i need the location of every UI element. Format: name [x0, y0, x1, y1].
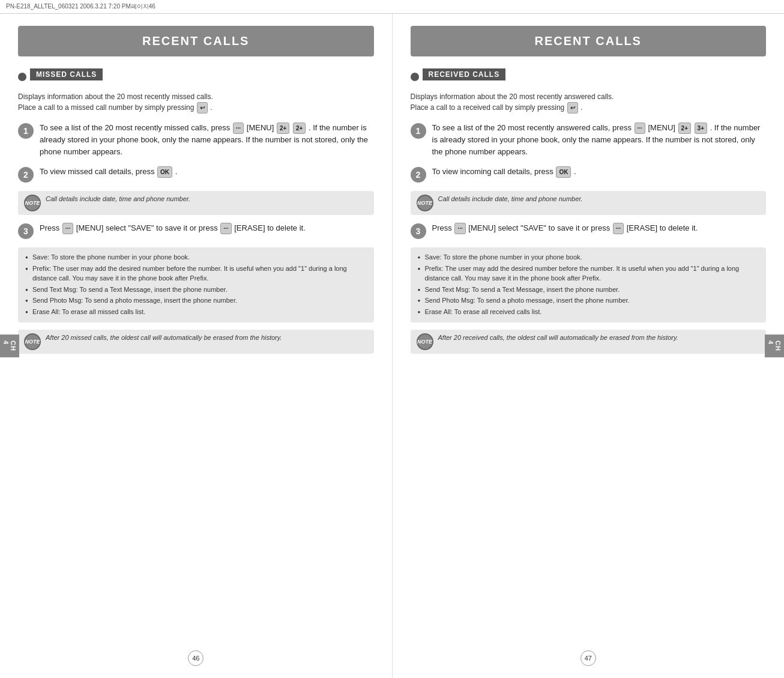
num2-btn-1right: 2+	[678, 123, 691, 134]
note-label-right1: NOTE	[417, 195, 433, 211]
right-step3-circle: 3	[411, 223, 426, 239]
received-calls-label: RECEIVED CALLS	[423, 68, 506, 80]
left-title: RECENT CALLS	[142, 34, 249, 47]
received-description: Displays information about the 20 most r…	[411, 91, 767, 114]
ok-btn-left: OK	[157, 166, 172, 178]
right-step1-circle: 1	[411, 123, 426, 139]
top-bar-text: PN-E218_ALLTEL_060321 2006.3.21 7:20 PM페…	[6, 3, 155, 10]
left-step1-circle: 1	[18, 123, 34, 139]
ok-btn-right: OK	[556, 166, 571, 178]
num2-btn-1left: 2+	[277, 123, 289, 134]
left-note2: NOTE After 20 missed calls, the oldest c…	[18, 330, 374, 354]
right-bullet-4: Send Photo Msg: To send a photo message,…	[418, 295, 759, 306]
left-page-number: 46	[188, 650, 204, 666]
left-bullet-1: Save: To store the phone number in your …	[25, 252, 367, 262]
right-page: CH4 RECENT CALLS RECEIVED CALLS Displays…	[393, 14, 785, 678]
num3-btn-1right: 3+	[695, 123, 707, 134]
received-dot	[411, 73, 419, 81]
right-note2: NOTE After 20 received calls, the oldest…	[411, 330, 767, 354]
missed-calls-row: MISSED CALLS	[18, 68, 374, 85]
missed-description: Displays information about the 20 most r…	[18, 91, 374, 114]
right-page-number: 47	[580, 650, 596, 666]
left-step3-circle: 3	[18, 223, 34, 239]
menu-btn-right3: ···	[454, 223, 465, 234]
top-bar: PN-E218_ALLTEL_060321 2006.3.21 7:20 PM페…	[0, 0, 784, 14]
chapter-tab-left: CH4	[0, 334, 19, 357]
received-calls-row: RECEIVED CALLS	[411, 68, 767, 85]
note-text-right1: Call details include date, time and phon…	[438, 195, 583, 204]
left-step2: 2 To view missed call details, press OK …	[18, 166, 374, 183]
right-step3: 3 Press ··· [MENU] select "SAVE" to save…	[411, 222, 767, 239]
right-step2-circle: 2	[411, 167, 426, 183]
press-text-left: Press	[40, 223, 59, 232]
note-text-right2: After 20 received calls, the oldest call…	[438, 333, 678, 342]
menu-btn-1right: ···	[635, 123, 645, 134]
erase-btn-right3: ···	[613, 223, 624, 234]
right-bullet-list: Save: To store the phone number in your …	[411, 247, 767, 322]
erase-btn-left3: ···	[220, 223, 231, 234]
right-title: RECENT CALLS	[535, 34, 642, 47]
left-bullet-5: Erase All: To erase all missed calls lis…	[25, 307, 367, 317]
note-label-left2: NOTE	[24, 333, 41, 350]
left-bullet-4: Send Photo Msg: To send a photo message,…	[25, 295, 367, 306]
right-bullet-5: Erase All: To erase all received calls l…	[418, 307, 759, 317]
chapter-tab-right: CH4	[765, 334, 784, 357]
right-bullet-1: Save: To store the phone number in your …	[418, 252, 759, 262]
send-btn-icon-desc-left: ↩	[197, 102, 208, 114]
menu-btn-left3: ···	[62, 223, 73, 234]
note-label-left1: NOTE	[24, 195, 41, 211]
menu-btn-1left: ···	[233, 123, 244, 134]
left-bullet-2: Prefix: The user may add the desired num…	[25, 264, 367, 283]
left-step2-circle: 2	[18, 167, 34, 183]
left-bullet-3: Send Text Msg: To send a Text Message, i…	[25, 285, 367, 295]
left-note1: NOTE Call details include date, time and…	[18, 191, 374, 215]
send-btn-icon-desc-right: ↩	[567, 102, 578, 114]
note-text-left1: Call details include date, time and phon…	[46, 195, 190, 204]
right-note1: NOTE Call details include date, time and…	[411, 191, 767, 215]
right-bullet-3: Send Text Msg: To send a Text Message, i…	[418, 285, 759, 295]
right-step2: 2 To view incoming call details, press O…	[411, 166, 767, 183]
missed-calls-label: MISSED CALLS	[30, 68, 103, 80]
right-bullet-2: Prefix: The user may add the desired num…	[418, 264, 759, 283]
num2b-btn-1left: 2+	[293, 123, 306, 134]
left-section-header: RECENT CALLS	[18, 26, 374, 56]
right-section-header: RECENT CALLS	[411, 26, 767, 56]
left-bullet-list: Save: To store the phone number in your …	[18, 247, 374, 322]
press-text-right: Press	[432, 223, 452, 232]
missed-dot	[18, 73, 26, 81]
left-step1: 1 To see a list of the 20 most recently …	[18, 122, 374, 157]
left-step3: 3 Press ··· [MENU] select "SAVE" to save…	[18, 222, 374, 239]
note-text-left2: After 20 missed calls, the oldest call w…	[46, 333, 282, 342]
right-step1: 1 To see a list of the 20 most recently …	[411, 122, 767, 157]
left-page: CH4 RECENT CALLS MISSED CALLS Displays i…	[0, 14, 393, 678]
note-label-right2: NOTE	[417, 333, 433, 350]
